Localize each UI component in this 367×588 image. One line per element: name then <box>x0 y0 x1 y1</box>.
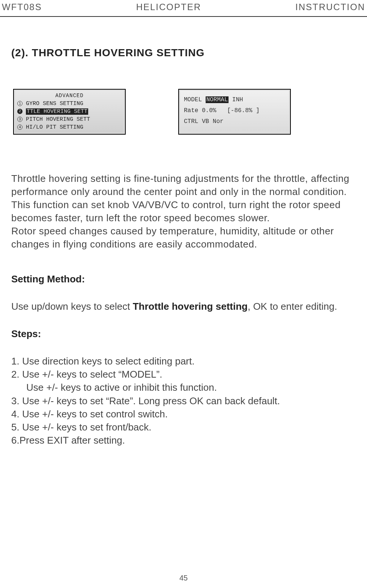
lcd-ctrl-label: CTRL <box>184 118 198 125</box>
page-number: 45 <box>179 574 188 582</box>
lcd-menu-item-3: 3 PITCH HOVERING SETT <box>17 116 122 123</box>
steps-heading: Steps: <box>11 328 356 340</box>
steps-list: 1. Use direction keys to select editing … <box>11 355 356 447</box>
menu-number-icon: 2 <box>17 109 23 114</box>
intro-pre: Use up/down keys to select <box>11 301 133 312</box>
lcd-screens-row: ADVANCED 1 GYRO SENS SETTING 2 TTLE HOVE… <box>11 89 356 135</box>
lcd-menu-item-2-selected: 2 TTLE HOVERING SETT <box>17 108 122 116</box>
lcd-menu-label: GYRO SENS SETTING <box>26 100 83 107</box>
step-5: 5. Use +/- keys to set front/back. <box>11 421 356 434</box>
header-model: WFT08S <box>2 2 42 12</box>
intro-bold: Throttle hovering setting <box>133 301 248 312</box>
lcd-menu-label: TTLE HOVERING SETT <box>26 108 88 115</box>
menu-number-icon: 4 <box>17 124 23 130</box>
lcd-menu-label: PITCH HOVERING SETT <box>26 116 90 123</box>
step-4: 4. Use +/- keys to set control switch. <box>11 408 356 421</box>
step-1: 1. Use direction keys to select editing … <box>11 355 356 368</box>
page-content: (2). THROTTLE HOVERING SETTING ADVANCED … <box>0 17 367 447</box>
menu-number-icon: 3 <box>17 117 23 122</box>
step-2: 2. Use +/- keys to select “MODEL”. <box>11 368 356 381</box>
lcd-model-state: INH <box>232 96 243 103</box>
lcd-ctrl-row: CTRL VB Nor <box>184 116 285 127</box>
lcd-menu-item-4: 4 HI/LO PIT SETTING <box>17 123 122 131</box>
lcd-advanced-title: ADVANCED <box>17 92 122 100</box>
intro-post: , OK to enter editing. <box>248 301 337 312</box>
menu-number-icon: 1 <box>17 101 23 106</box>
header-type: INSTRUCTION <box>295 2 365 12</box>
page-header: WFT08S HELICOPTER INSTRUCTION <box>0 0 367 17</box>
description-text: Throttle hovering setting is fine-tuning… <box>11 172 356 251</box>
step-3: 3. Use +/- keys to set “Rate”. Long pres… <box>11 394 356 408</box>
lcd-model-row: MODEL NORMAL INH <box>184 94 285 105</box>
lcd-rate-bracket: [-86.8% ] <box>227 107 259 114</box>
step-6: 6.Press EXIT after setting. <box>11 434 356 447</box>
step-2b: Use +/- keys to active or inhibit this f… <box>11 381 356 394</box>
setting-method-heading: Setting Method: <box>11 273 356 285</box>
lcd-rate-row: Rate 0.0% [-86.8% ] <box>184 105 285 116</box>
description-paragraph-1: Throttle hovering setting is fine-tuning… <box>11 173 349 224</box>
lcd-screen-advanced-menu: ADVANCED 1 GYRO SENS SETTING 2 TTLE HOVE… <box>13 89 126 135</box>
lcd-ctrl-value: VB Nor <box>202 118 224 125</box>
setting-method-intro: Use up/down keys to select Throttle hove… <box>11 300 356 313</box>
lcd-menu-item-1: 1 GYRO SENS SETTING <box>17 100 122 108</box>
lcd-model-value: NORMAL <box>206 96 229 103</box>
header-category: HELICOPTER <box>136 2 201 12</box>
lcd-rate-value: 0.0% <box>202 107 216 114</box>
lcd-model-label: MODEL <box>184 96 202 103</box>
lcd-menu-label: HI/LO PIT SETTING <box>26 124 83 130</box>
lcd-rate-label: Rate <box>184 107 198 114</box>
lcd-screen-throttle-setting: MODEL NORMAL INH Rate 0.0% [-86.8% ] CTR… <box>178 89 291 135</box>
section-title: (2). THROTTLE HOVERING SETTING <box>11 47 356 59</box>
description-paragraph-2: Rotor speed changes caused by temperatur… <box>11 225 334 250</box>
